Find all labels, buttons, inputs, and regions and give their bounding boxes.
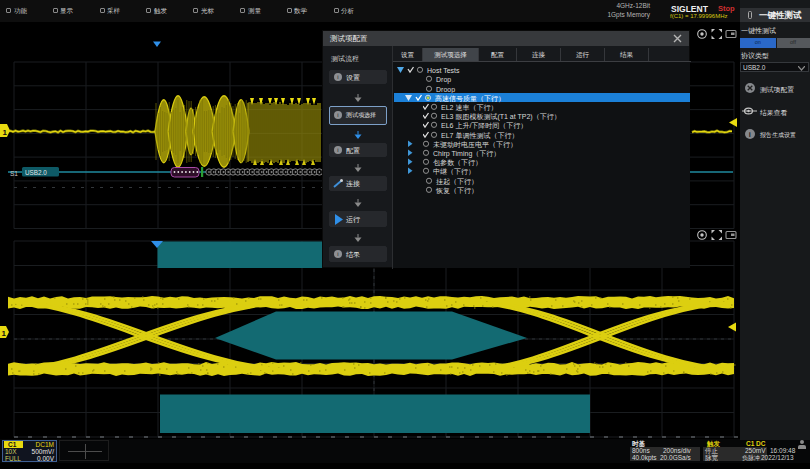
svg-text:1: 1 bbox=[3, 128, 8, 137]
svg-text:i: i bbox=[749, 130, 751, 139]
svg-text:恢复（下行）: 恢复（下行） bbox=[435, 187, 478, 195]
svg-text:S1: S1 bbox=[10, 170, 18, 177]
svg-text:1: 1 bbox=[2, 329, 7, 338]
svg-text:USB2.0: USB2.0 bbox=[25, 169, 47, 176]
svg-text:Host Tests: Host Tests bbox=[427, 67, 460, 74]
